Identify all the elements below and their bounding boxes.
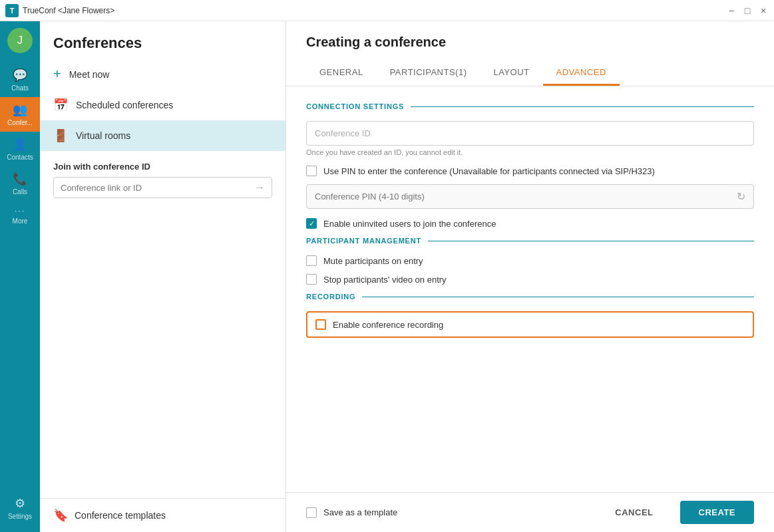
join-title: Join with conference ID [53, 162, 272, 172]
templates-label: Conference templates [75, 510, 166, 521]
scheduled-label: Scheduled conferences [76, 100, 173, 110]
left-panel: Conferences + Meet now 📅 Scheduled confe… [40, 21, 286, 532]
menu-item-meet-now[interactable]: + Meet now [40, 59, 286, 90]
tab-bar: GENERAL PARTICIPANTS(1) LAYOUT ADVANCED [306, 61, 754, 86]
pin-input-group: ↻ [306, 184, 754, 209]
recording-title: RECORDING [306, 293, 355, 301]
chats-icon: 💬 [13, 68, 27, 82]
join-section: Join with conference ID → [40, 151, 286, 209]
save-template-checkbox[interactable] [306, 507, 317, 518]
refresh-pin-button[interactable]: ↻ [729, 185, 753, 208]
virtual-rooms-label: Virtual rooms [76, 130, 130, 141]
bottom-bar: Save as a template CANCEL CREATE [286, 492, 774, 532]
recording-highlight-row: Enable conference recording [306, 311, 754, 338]
mute-checkbox-row: Mute participants on entry [306, 255, 754, 266]
uninvited-checkbox-row: ✓ Enable uninvited users to join the con… [306, 218, 754, 229]
meet-now-icon: + [53, 66, 61, 82]
recording-section-line [362, 297, 754, 297]
cancel-button[interactable]: CANCEL [596, 501, 672, 524]
pin-checkbox[interactable] [306, 166, 317, 176]
more-label: More [13, 217, 28, 225]
right-header: Creating a conference GENERAL PARTICIPAN… [286, 21, 774, 86]
connection-settings-header: CONNECTION SETTINGS [306, 102, 754, 110]
more-icon: ··· [15, 206, 25, 215]
conference-id-input[interactable] [61, 183, 254, 193]
settings-icon: ⚙ [15, 496, 25, 511]
mute-checkbox[interactable] [306, 255, 317, 266]
create-button[interactable]: CREATE [680, 501, 754, 524]
minimize-button[interactable]: − [726, 5, 737, 16]
settings-label: Settings [8, 513, 32, 520]
pin-label[interactable]: Use PIN to enter the conference (Unavail… [323, 166, 655, 176]
join-input-wrap: → [53, 177, 272, 198]
tab-layout[interactable]: LAYOUT [481, 61, 543, 86]
content-area: CONNECTION SETTINGS Once you have create… [286, 86, 774, 492]
stop-video-checkbox-row: Stop participants' video on entry [306, 274, 754, 285]
conference-id-group: Once you have created an ID, you cannot … [306, 121, 754, 156]
recording-checkbox[interactable] [315, 319, 326, 330]
app-body: J 💬 Chats 👥 Confer... 👤 Contacts 📞 Calls… [0, 21, 774, 532]
contacts-icon: 👤 [13, 137, 27, 152]
conference-templates-footer[interactable]: 🔖 Conference templates [40, 498, 286, 532]
menu-item-scheduled[interactable]: 📅 Scheduled conferences [40, 90, 286, 120]
save-template-row: Save as a template [306, 507, 588, 518]
sidebar-item-more[interactable]: ··· More [0, 201, 40, 230]
avatar[interactable]: J [7, 28, 33, 53]
sidebar-item-settings[interactable]: ⚙ Settings [0, 491, 40, 525]
app-logo: T [5, 4, 19, 17]
pin-input-field[interactable] [307, 185, 729, 208]
tab-participants[interactable]: PARTICIPANTS(1) [377, 61, 481, 86]
connection-section-line [411, 106, 754, 107]
conference-id-field[interactable] [306, 121, 754, 146]
titlebar-controls: − □ × [726, 5, 769, 16]
participant-mgmt-header: PARTICIPANT MANAGEMENT [306, 237, 754, 245]
save-template-label: Save as a template [323, 507, 397, 517]
connection-settings-title: CONNECTION SETTINGS [306, 102, 404, 110]
virtual-rooms-icon: 🚪 [53, 128, 68, 143]
tab-advanced[interactable]: ADVANCED [543, 61, 620, 86]
sidebar-item-chats[interactable]: 💬 Chats [0, 63, 40, 97]
titlebar-title: TrueConf <Jane Flowers> [23, 6, 726, 15]
sidebar-item-calls[interactable]: 📞 Calls [0, 166, 40, 201]
close-button[interactable]: × [758, 5, 769, 16]
nav-sidebar: J 💬 Chats 👥 Confer... 👤 Contacts 📞 Calls… [0, 21, 40, 532]
participant-section-line [428, 241, 754, 241]
titlebar: T TrueConf <Jane Flowers> − □ × [0, 0, 774, 21]
uninvited-label[interactable]: Enable uninvited users to join the confe… [323, 219, 496, 229]
stop-video-label[interactable]: Stop participants' video on entry [323, 275, 447, 285]
meet-now-label: Meet now [69, 69, 110, 80]
right-panel: Creating a conference GENERAL PARTICIPAN… [286, 21, 774, 532]
dialog-title: Creating a conference [306, 35, 754, 50]
calls-icon: 📞 [13, 172, 27, 186]
contacts-label: Contacts [7, 154, 33, 161]
chats-label: Chats [11, 84, 29, 92]
panel-header: Conferences [40, 21, 286, 59]
recording-label[interactable]: Enable conference recording [333, 320, 443, 330]
pin-input-wrap: ↻ [306, 184, 754, 209]
sidebar-item-conferences[interactable]: 👥 Confer... [0, 97, 40, 132]
stop-video-checkbox[interactable] [306, 274, 317, 285]
join-arrow-icon: → [254, 182, 265, 194]
pin-checkbox-row: Use PIN to enter the conference (Unavail… [306, 166, 754, 176]
scheduled-icon: 📅 [53, 98, 68, 112]
templates-icon: 🔖 [53, 508, 68, 523]
uninvited-checkbox[interactable]: ✓ [306, 218, 317, 229]
sidebar-item-contacts[interactable]: 👤 Contacts [0, 132, 40, 166]
conferences-icon: 👥 [13, 102, 27, 117]
recording-header: RECORDING [306, 293, 754, 301]
conferences-label: Confer... [7, 119, 33, 126]
participant-mgmt-title: PARTICIPANT MANAGEMENT [306, 237, 421, 245]
maximize-button[interactable]: □ [742, 5, 753, 16]
menu-item-virtual-rooms[interactable]: 🚪 Virtual rooms [40, 120, 286, 151]
panel-title: Conferences [53, 35, 272, 52]
calls-label: Calls [13, 188, 27, 196]
mute-label[interactable]: Mute participants on entry [323, 256, 423, 266]
conference-id-hint: Once you have created an ID, you cannot … [306, 148, 754, 156]
tab-general[interactable]: GENERAL [306, 61, 377, 86]
